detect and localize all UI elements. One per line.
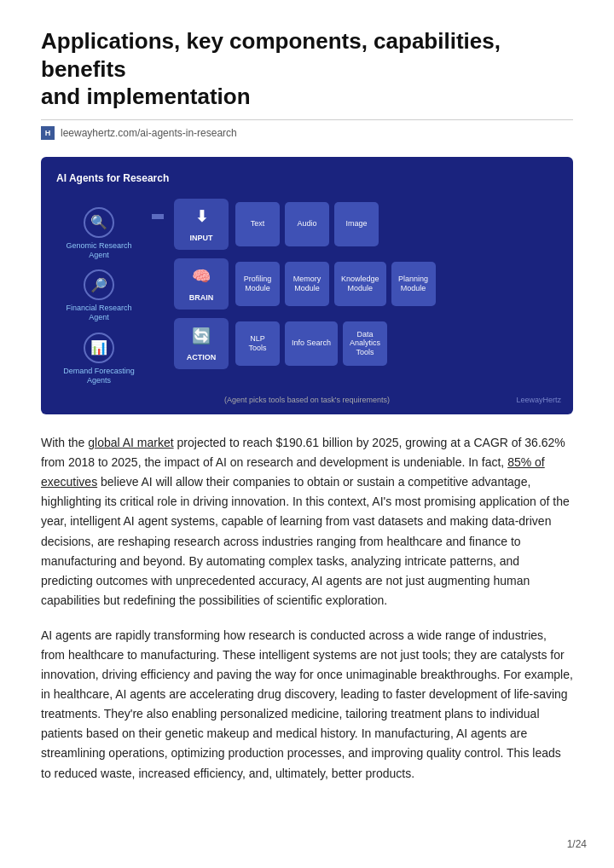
brain-main-button: 🧠 BRAIN <box>174 258 229 310</box>
source-bar: H leewayhertz.com/ai-agents-in-research <box>41 119 573 142</box>
data-analytics-button: DataAnalyticsTools <box>343 321 387 366</box>
action-icon: 🔄 <box>192 324 211 349</box>
global-ai-market-link[interactable]: global AI market <box>88 436 173 449</box>
source-favicon: H <box>41 126 55 140</box>
input-icon: ⬇ <box>195 205 208 229</box>
demand-agent-label: Demand ForecastingAgents <box>63 367 135 385</box>
financial-agent-label: Financial ResearchAgent <box>66 304 131 322</box>
page-title: Applications, key components, capabiliti… <box>41 27 573 111</box>
brain-icon: 🧠 <box>192 264 211 289</box>
image-button: Image <box>334 202 379 246</box>
action-sub-buttons: NLPTools Info Search DataAnalyticsTools <box>235 321 387 366</box>
profiling-module-button: ProfilingModule <box>235 262 280 306</box>
agent-box-demand: 📊 Demand ForecastingAgents <box>56 333 142 385</box>
brain-sub-buttons: ProfilingModule MemoryModule KnowledgeMo… <box>235 262 436 306</box>
page-number: 1/24 <box>567 836 587 853</box>
diagram-title: AI Agents for Research <box>56 171 558 187</box>
diagram-container: AI Agents for Research 🔍 Genomic Researc… <box>41 157 573 414</box>
knowledge-module-button: KnowledgeModule <box>334 262 386 306</box>
input-main-button: ⬇ INPUT <box>174 199 229 250</box>
diagram-watermark: LeewayHertz <box>516 394 561 406</box>
text-button: Text <box>235 202 280 246</box>
brain-row: 🧠 BRAIN ProfilingModule MemoryModule Kno… <box>174 258 558 310</box>
info-search-button: Info Search <box>285 321 338 366</box>
rows-column: ⬇ INPUT Text Audio Image 🧠 BRAIN Profili… <box>174 199 558 369</box>
connector-lines <box>152 199 164 234</box>
paragraph-1: With the global AI market projected to r… <box>41 433 573 610</box>
input-sub-buttons: Text Audio Image <box>235 202 379 246</box>
genomic-agent-icon: 🔍 <box>84 207 114 238</box>
diagram-footer: (Agent picks tools based on task's requi… <box>56 394 558 406</box>
audio-button: Audio <box>285 202 329 246</box>
action-main-button: 🔄 ACTION <box>174 318 229 369</box>
action-label: ACTION <box>187 351 217 363</box>
memory-module-button: MemoryModule <box>285 262 329 306</box>
diagram-body: 🔍 Genomic ResearchAgent 🔎 Financial Rese… <box>56 199 558 385</box>
agent-box-genomic: 🔍 Genomic ResearchAgent <box>56 207 142 260</box>
executives-link[interactable]: 85% of executives <box>41 455 545 489</box>
demand-agent-icon: 📊 <box>84 333 114 363</box>
input-row: ⬇ INPUT Text Audio Image <box>174 199 558 250</box>
financial-agent-icon: 🔎 <box>84 269 114 300</box>
paragraph-2: AI agents are rapidly transforming how r… <box>41 626 573 784</box>
agent-box-financial: 🔎 Financial ResearchAgent <box>56 269 142 322</box>
agents-column: 🔍 Genomic ResearchAgent 🔎 Financial Rese… <box>56 207 142 385</box>
genomic-agent-label: Genomic ResearchAgent <box>66 241 131 260</box>
brain-label: BRAIN <box>189 292 214 304</box>
action-row: 🔄 ACTION NLPTools Info Search DataAnalyt… <box>174 318 558 369</box>
nlp-tools-button: NLPTools <box>235 321 280 366</box>
source-url: leewayhertz.com/ai-agents-in-research <box>61 125 237 142</box>
input-label: INPUT <box>190 232 213 244</box>
connector-line-3 <box>152 217 164 219</box>
planning-module-button: PlanningModule <box>391 262 436 306</box>
